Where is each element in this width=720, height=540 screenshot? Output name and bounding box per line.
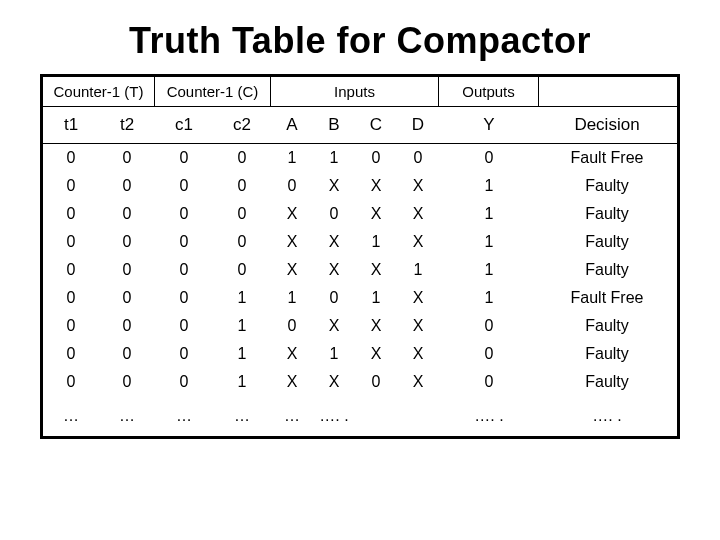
col-Decision: Decision bbox=[539, 107, 675, 143]
cell-Decision: Fault Free bbox=[539, 284, 675, 312]
cell-C: 0 bbox=[355, 144, 397, 172]
cell-D: X bbox=[397, 200, 439, 228]
cell-c1: 0 bbox=[155, 144, 213, 172]
group-blank bbox=[539, 77, 675, 106]
cell-t2: 0 bbox=[99, 368, 155, 396]
cell-c2: … bbox=[213, 402, 271, 430]
cell-Decision: Faulty bbox=[539, 228, 675, 256]
cell-Decision: Faulty bbox=[539, 368, 675, 396]
cell-t2: 0 bbox=[99, 228, 155, 256]
col-t2: t2 bbox=[99, 107, 155, 143]
cell-t1: 0 bbox=[43, 312, 99, 340]
group-header-row: Counter-1 (T) Counter-1 (C) Inputs Outpu… bbox=[43, 77, 677, 107]
cell-A: X bbox=[271, 340, 313, 368]
table-row: 0000X0XX1Faulty bbox=[43, 200, 677, 228]
col-t1: t1 bbox=[43, 107, 99, 143]
cell-t2: 0 bbox=[99, 172, 155, 200]
cell-A: 0 bbox=[271, 172, 313, 200]
group-counter-c: Counter-1 (C) bbox=[155, 77, 271, 106]
table-row: 000011000Fault Free bbox=[43, 144, 677, 172]
cell-c2: 0 bbox=[213, 144, 271, 172]
cell-t1: 0 bbox=[43, 200, 99, 228]
cell-D: 0 bbox=[397, 144, 439, 172]
cell-c1: 0 bbox=[155, 200, 213, 228]
cell-c2: 0 bbox=[213, 228, 271, 256]
cell-Y: …. . bbox=[439, 402, 539, 430]
cell-Decision: Fault Free bbox=[539, 144, 675, 172]
cell-Decision: Faulty bbox=[539, 200, 675, 228]
cell-t2: 0 bbox=[99, 284, 155, 312]
cell-Y: 1 bbox=[439, 256, 539, 284]
cell-t1: … bbox=[43, 402, 99, 430]
cell-t1: 0 bbox=[43, 172, 99, 200]
cell-c1: 0 bbox=[155, 368, 213, 396]
table-row: 00000XXX1Faulty bbox=[43, 172, 677, 200]
cell-c1: … bbox=[155, 402, 213, 430]
cell-A: 0 bbox=[271, 312, 313, 340]
cell-Decision: Faulty bbox=[539, 340, 675, 368]
cell-C: X bbox=[355, 312, 397, 340]
cell-Decision: …. . bbox=[539, 402, 675, 430]
cell-t2: 0 bbox=[99, 340, 155, 368]
col-C: C bbox=[355, 107, 397, 143]
group-outputs: Outputs bbox=[439, 77, 539, 106]
cell-B: 1 bbox=[313, 340, 355, 368]
table-row: 0001X1XX0Faulty bbox=[43, 340, 677, 368]
cell-c1: 0 bbox=[155, 172, 213, 200]
col-D: D bbox=[397, 107, 439, 143]
cell-A: 1 bbox=[271, 284, 313, 312]
table-row: 00010XXX0Faulty bbox=[43, 312, 677, 340]
cell-B: …. . bbox=[313, 402, 355, 430]
cell-t1: 0 bbox=[43, 340, 99, 368]
cell-t1: 0 bbox=[43, 368, 99, 396]
cell-c2: 0 bbox=[213, 200, 271, 228]
cell-Decision: Faulty bbox=[539, 256, 675, 284]
cell-C: 1 bbox=[355, 284, 397, 312]
cell-B: 1 bbox=[313, 144, 355, 172]
cell-B: 0 bbox=[313, 200, 355, 228]
cell-Y: 0 bbox=[439, 368, 539, 396]
cell-B: X bbox=[313, 312, 355, 340]
cell-t2: 0 bbox=[99, 144, 155, 172]
cell-c1: 0 bbox=[155, 228, 213, 256]
cell-A: 1 bbox=[271, 144, 313, 172]
cell-C: X bbox=[355, 256, 397, 284]
col-A: A bbox=[271, 107, 313, 143]
cell-D: X bbox=[397, 228, 439, 256]
cell-D: X bbox=[397, 284, 439, 312]
cell-Y: 1 bbox=[439, 200, 539, 228]
group-counter-t: Counter-1 (T) bbox=[43, 77, 155, 106]
cell-D: X bbox=[397, 172, 439, 200]
table-row: 0000XX1X1Faulty bbox=[43, 228, 677, 256]
cell-D: X bbox=[397, 340, 439, 368]
col-c1: c1 bbox=[155, 107, 213, 143]
cell-B: X bbox=[313, 256, 355, 284]
cell-Y: 0 bbox=[439, 144, 539, 172]
cell-c2: 1 bbox=[213, 368, 271, 396]
cell-D: X bbox=[397, 368, 439, 396]
table-row: 0001101X1Fault Free bbox=[43, 284, 677, 312]
cell-B: X bbox=[313, 228, 355, 256]
cell-B: 0 bbox=[313, 284, 355, 312]
cell-B: X bbox=[313, 172, 355, 200]
cell-c1: 0 bbox=[155, 284, 213, 312]
cell-Y: 1 bbox=[439, 228, 539, 256]
cell-t2: 0 bbox=[99, 312, 155, 340]
cell-t1: 0 bbox=[43, 228, 99, 256]
cell-C: 0 bbox=[355, 368, 397, 396]
cell-A: X bbox=[271, 368, 313, 396]
cell-C: X bbox=[355, 200, 397, 228]
cell-Y: 0 bbox=[439, 312, 539, 340]
cell-t1: 0 bbox=[43, 284, 99, 312]
cell-c2: 1 bbox=[213, 312, 271, 340]
table-row: 0000XXX11Faulty bbox=[43, 256, 677, 284]
cell-Y: 1 bbox=[439, 284, 539, 312]
cell-C: X bbox=[355, 172, 397, 200]
cell-Decision: Faulty bbox=[539, 312, 675, 340]
cell-A: X bbox=[271, 256, 313, 284]
col-B: B bbox=[313, 107, 355, 143]
cell-A: X bbox=[271, 200, 313, 228]
cell-A: … bbox=[271, 402, 313, 430]
cell-c2: 0 bbox=[213, 172, 271, 200]
sub-header-row: t1 t2 c1 c2 A B C D Y Decision bbox=[43, 107, 677, 144]
